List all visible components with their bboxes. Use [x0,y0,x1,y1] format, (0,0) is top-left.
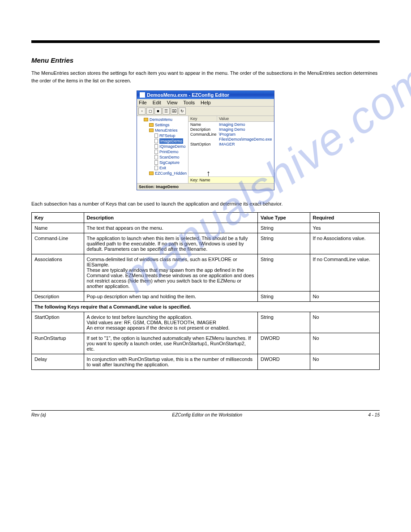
kv-row[interactable]: DescriptionImaging Demo [188,127,274,132]
file-icon [154,160,158,165]
tree-item-label: Settings [155,122,170,128]
table-cell: A device to test before launching the ap… [84,312,258,333]
ezconfig-window: DemosMenu.exm - EZConfig Editor File Edi… [137,90,274,190]
th-type: Value Type [258,212,310,223]
tree-root-item[interactable]: DemosMenu [138,117,188,122]
file-icon [154,139,158,143]
file-icon [154,144,158,149]
table-cell: String [258,223,310,233]
intro-paragraph: The MenuEntries section stores the setti… [31,69,380,84]
table-cell: If no Associations value. [310,233,379,254]
th-key: Key [32,212,84,223]
table-cell: In conjunction with RunOnStartup value, … [84,354,258,369]
menubar: File Edit View Tools Help [137,99,274,107]
file-icon [154,166,158,170]
status-bar: Section: ImageDemo [137,183,274,190]
tree-item-label: MenuEntries [155,128,178,133]
table-cell: StartOption [32,312,84,333]
table-header-row: Key Description Value Type Required [32,212,380,223]
keys-table: Key Description Value Type Required Name… [31,212,380,370]
tree-item-label: Exit [159,165,166,171]
tree-root-label: DemosMenu [150,117,172,122]
key-name-bar: Key: Name [188,176,274,183]
kv-value: IMAGER [217,142,274,147]
tree-pane[interactable]: DemosMenu SettingsMenuEntriesRFSetupImag… [137,116,188,183]
table-cell: Command-Line [32,233,84,254]
table-cell: Associations [32,254,84,291]
table-cell: Delay [32,354,84,369]
toolbar-refresh-icon[interactable]: ↻ [179,107,186,115]
kv-row[interactable]: NameImaging Demo [188,122,274,127]
toolbar-open-icon[interactable]: ◻ [146,107,154,115]
top-horizontal-rule [31,40,380,43]
tree-item-label: ScanDemo [159,154,180,160]
tree-item[interactable]: ScanDemo [138,154,188,160]
table-cell: The application to launch when this item… [84,233,258,254]
kv-key: Description [188,127,217,132]
tree-item[interactable]: Settings [138,122,188,128]
kv-value: \Program Files\Demos\ImageDemo.exe [217,132,274,142]
right-pane: Key Value NameImaging DemoDescriptionIma… [188,116,274,183]
folder-icon [144,118,148,121]
kv-key: StartOption [188,142,217,147]
tree-item[interactable]: MenuEntries [138,128,188,133]
table-row: Command-LineThe application to launch wh… [32,233,380,254]
footer-right: 4 - 15 [368,412,380,417]
menu-view[interactable]: View [167,100,178,105]
tree-item-label: IQImageDemo [159,144,186,149]
note-paragraph: Each subsection has a number of Keys tha… [31,200,380,208]
kv-header-value[interactable]: Value [217,116,274,121]
toolbar-tree-icon[interactable]: ⌧ [171,107,178,115]
table-row: RunOnStartupIf set to "1", the option is… [32,333,380,354]
menu-edit[interactable]: Edit [153,100,161,105]
tree-item-label: PrintDemo [159,149,179,154]
th-description: Description [84,212,258,223]
kv-key: Name [188,122,217,127]
menu-help[interactable]: Help [201,100,211,105]
table-cell: String [258,291,310,301]
toolbar-prefs-icon[interactable]: ☰ [163,107,170,115]
table-cell: No [310,354,379,369]
kv-row[interactable]: StartOptionIMAGER [188,142,274,147]
table-cell: Pop-up description when tap and holding … [84,291,258,301]
page-footer: Rev (a) EZConfig Editor on the Workstati… [31,410,380,417]
kv-header-key[interactable]: Key [188,116,217,121]
table-cell: DWORD [258,333,310,354]
file-icon [154,150,158,154]
window-titlebar[interactable]: DemosMenu.exm - EZConfig Editor [137,91,274,99]
toolbar-new-icon[interactable]: ▫ [138,107,146,115]
tree-item-label: SigCapture [159,160,180,165]
table-row: NameThe text that appears on the menu.St… [32,223,380,233]
table-cell: String [258,254,310,291]
section-title: Menu Entries [31,56,380,64]
table-subheader: The following Keys require that a Comman… [32,301,380,312]
tree-item[interactable]: PrintDemo [138,149,188,154]
folder-icon [149,123,154,127]
table-cell: String [258,233,310,254]
tree-item[interactable]: Exit [138,165,188,171]
table-row: StartOptionA device to test before launc… [32,312,380,333]
tree-item[interactable]: ImageDemo [138,138,188,144]
kv-key: CommandLine [188,132,217,142]
pointer-arrow-icon: ↑ [206,170,274,176]
th-required: Required [310,212,379,223]
table-cell: DWORD [258,354,310,369]
kv-value: Imaging Demo [217,127,274,132]
tree-item[interactable]: RFSetup [138,133,188,138]
kv-value: Imaging Demo [217,122,274,127]
tree-item[interactable]: SigCapture [138,160,188,165]
toolbar-save-icon[interactable]: ■ [154,107,162,115]
menu-tools[interactable]: Tools [183,100,195,105]
tree-item[interactable]: IQImageDemo [138,144,188,149]
table-cell: Name [32,223,84,233]
footer-center: EZConfig Editor on the Workstation [172,412,242,417]
tree-item[interactable]: EZConfig_Hidden [138,171,188,176]
table-row: DelayIn conjunction with RunOnStartup va… [32,354,380,369]
menu-file[interactable]: File [139,100,147,105]
folder-icon [149,172,154,175]
window-title-text: DemosMenu.exm - EZConfig Editor [147,92,229,98]
table-cell: Description [32,291,84,301]
file-icon [154,133,158,138]
table-cell: RunOnStartup [32,333,84,354]
kv-row[interactable]: CommandLine\Program Files\Demos\ImageDem… [188,132,274,142]
